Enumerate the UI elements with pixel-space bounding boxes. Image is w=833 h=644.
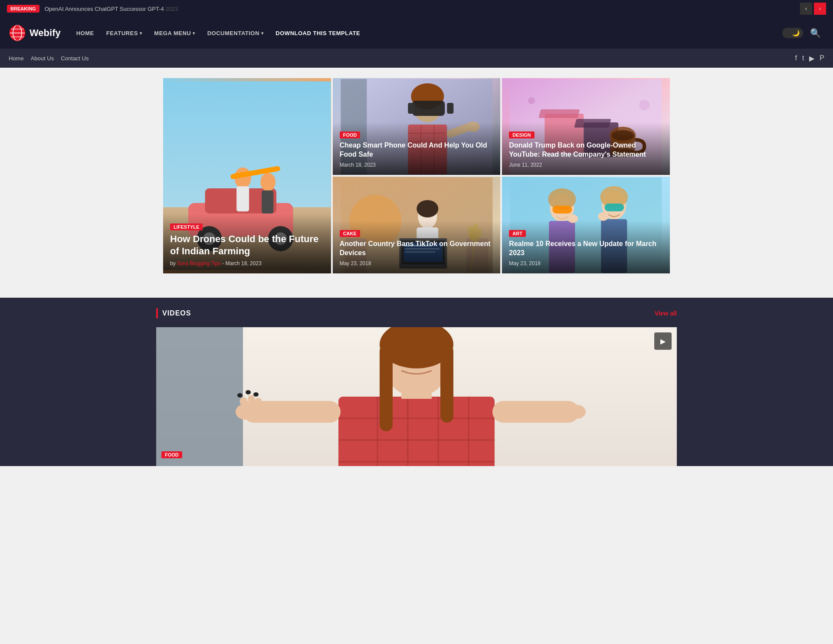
header-actions: ☀ 🌙 🔍 [782,24,824,42]
svg-rect-86 [380,345,393,431]
svg-point-42 [528,97,535,104]
main-content: LIFESTYLE How Drones Could be the Future… [156,68,677,298]
svg-point-95 [237,393,243,398]
section-title-wrap: VIDEOS [156,308,191,319]
svg-rect-74 [156,327,243,466]
svg-point-94 [568,405,586,419]
svg-point-97 [253,392,259,397]
site-header: Webify HOME FEATURES ▾ MEGA MENU ▾ DOCUM… [0,17,833,49]
view-all-link[interactable]: View all [655,310,677,317]
category-badge-design: DESIGN [509,131,534,138]
svg-point-96 [246,390,251,394]
svg-rect-17 [262,191,273,214]
theme-toggle[interactable]: ☀ 🌙 [782,28,803,38]
category-badge-cake: CAKE [340,230,360,237]
sun-icon: ☀ [786,30,791,36]
pinterest-icon[interactable]: P [820,54,824,62]
video-scene-svg [156,327,677,466]
card-overlay-design: DESIGN Donald Trump Back on Google-Owned… [502,122,670,175]
svg-point-72 [598,212,609,221]
svg-rect-87 [440,345,453,423]
nav-home[interactable]: HOME [71,26,99,40]
secondary-nav: Home About Us Contact Us f t ▶ P [0,49,833,68]
breaking-prev-button[interactable]: ‹ [800,3,812,15]
svg-point-50 [416,200,438,217]
hero-grid: LIFESTYLE How Drones Could be the Future… [163,78,670,273]
nav-mega-menu[interactable]: MEGA MENU ▾ [149,26,200,40]
svg-rect-75 [338,397,495,466]
card-title-design: Donald Trump Back on Google-Owned YouTub… [509,141,663,159]
logo-link[interactable]: Webify [9,24,61,42]
video-placeholder: ▶ FOOD [156,327,677,466]
card-title-vr: Cheap Smart Phone Could And Help You Old… [340,141,494,159]
card-overlay-laptop: CAKE Another Country Bans TikTok on Gove… [333,220,501,273]
svg-point-16 [260,173,275,191]
svg-rect-65 [553,206,572,214]
nav-secondary-contact[interactable]: Contact Us [61,55,89,62]
videos-section: VIDEOS View all [0,298,833,466]
svg-rect-23 [412,101,445,116]
moon-icon: 🌙 [792,30,800,36]
card-title-large: How Drones Could be the Future of Indian… [170,233,324,258]
svg-rect-70 [605,204,624,211]
nav-features[interactable]: FEATURES ▾ [101,26,148,40]
card-date-girls: May 23, 2018 [509,260,663,266]
card-overlay-girls: ART Realme 10 Receives a New Update for … [502,220,670,273]
breaking-news-bar: BREAKING OpenAI Announces ChatGPT Succes… [0,0,833,17]
search-button[interactable]: 🔍 [807,24,824,42]
breaking-next-button[interactable]: › [814,3,826,15]
svg-rect-93 [492,401,579,423]
card-overlay-vr: FOOD Cheap Smart Phone Could And Help Yo… [333,122,501,175]
nav-secondary-home[interactable]: Home [9,55,24,62]
logo-text: Webify [30,27,61,39]
breaking-text: OpenAI Announces ChatGPT Successor GPT-4… [45,6,795,12]
svg-rect-25 [447,103,453,114]
hero-card-large[interactable]: LIFESTYLE How Drones Could be the Future… [163,78,331,273]
card-overlay-large: LIFESTYLE How Drones Could be the Future… [163,214,331,273]
hero-card-design[interactable]: DESIGN Donald Trump Back on Google-Owned… [502,78,670,175]
card-date-laptop: May 23, 2018 [340,260,494,266]
section-border [156,308,158,319]
facebook-icon[interactable]: f [795,54,797,62]
section-title-videos: VIDEOS [162,309,191,317]
section-header-videos: VIDEOS View all [156,308,677,319]
video-thumbnail[interactable]: ▶ FOOD [156,327,677,466]
category-badge-food: FOOD [340,131,361,138]
card-meta-large: by Sora Blogging Tips - March 18, 2023 [170,260,324,266]
category-badge-art: ART [509,230,526,237]
video-play-button[interactable]: ▶ [654,332,672,350]
hero-card-laptop[interactable]: CAKE Another Country Bans TikTok on Gove… [333,177,501,273]
twitter-icon[interactable]: t [802,54,804,62]
svg-rect-35 [539,109,580,118]
card-title-girls: Realme 10 Receives a New Update for Marc… [509,240,663,258]
logo-icon [9,24,26,42]
card-date-vr: March 18, 2023 [340,162,494,168]
hero-card-girls[interactable]: ART Realme 10 Receives a New Update for … [502,177,670,273]
social-icons: f t ▶ P [795,54,824,62]
nav-secondary-about[interactable]: About Us [31,55,54,62]
breaking-badge: BREAKING [7,5,39,13]
card-date-design: June 11, 2022 [509,162,663,168]
video-category-badge: FOOD [161,450,182,461]
svg-point-43 [640,100,650,110]
svg-rect-15 [236,186,249,211]
youtube-icon[interactable]: ▶ [809,54,814,62]
nav-documentation[interactable]: DOCUMENTATION ▾ [202,26,269,40]
main-nav: HOME FEATURES ▾ MEGA MENU ▾ DOCUMENTATIO… [71,26,772,40]
category-badge: LIFESTYLE [170,223,203,230]
hero-card-vr[interactable]: FOOD Cheap Smart Phone Could And Help Yo… [333,78,501,175]
card-title-laptop: Another Country Bans TikTok on Governmen… [340,240,494,258]
breaking-nav: ‹ › [800,3,826,15]
svg-rect-24 [408,103,414,114]
secondary-nav-links: Home About Us Contact Us [9,55,89,62]
nav-download[interactable]: DOWNLOAD THIS TEMPLATE [270,26,365,40]
